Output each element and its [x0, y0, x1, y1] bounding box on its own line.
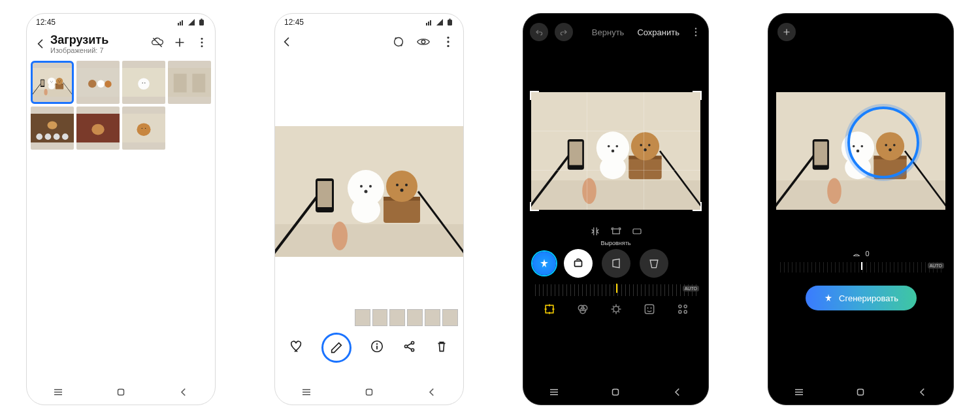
filmstrip-thumb[interactable] — [372, 309, 388, 326]
svg-point-76 — [678, 310, 681, 313]
svg-rect-66 — [546, 305, 553, 313]
generative-edit-screen: 0 AUTO Сгенерировать — [768, 13, 954, 405]
auto-button[interactable]: AUTO — [683, 286, 699, 291]
ruler-marker[interactable] — [616, 284, 617, 293]
thumbnail-grid — [27, 58, 215, 152]
edit-button[interactable] — [321, 333, 351, 363]
stickers-tab-icon[interactable] — [643, 303, 656, 316]
perspective-h-button[interactable] — [602, 249, 630, 278]
add-button[interactable] — [173, 36, 186, 52]
recents-button[interactable] — [793, 386, 805, 401]
svg-point-37 — [54, 133, 60, 140]
filters-tab-icon[interactable] — [576, 303, 589, 316]
status-bar: 12:45 — [275, 14, 463, 31]
filmstrip-thumb[interactable] — [355, 309, 370, 326]
main-image[interactable] — [275, 126, 463, 257]
home-button[interactable] — [115, 386, 127, 401]
favorite-icon[interactable] — [289, 339, 304, 356]
svg-rect-63 — [612, 229, 619, 234]
free-ratio-icon[interactable] — [610, 225, 622, 240]
back-button[interactable] — [280, 35, 293, 51]
thumbnail[interactable] — [31, 107, 74, 150]
share-icon[interactable] — [402, 339, 417, 356]
home-button[interactable] — [363, 386, 375, 401]
filmstrip-thumb[interactable] — [442, 309, 458, 326]
svg-point-45 — [145, 128, 146, 129]
angle-ruler[interactable]: AUTO — [780, 262, 941, 273]
thumbnail[interactable] — [168, 61, 211, 104]
status-icons — [425, 18, 454, 26]
svg-point-36 — [45, 133, 52, 140]
svg-point-61 — [695, 31, 696, 33]
clock-text: 12:45 — [36, 18, 56, 27]
svg-rect-47 — [448, 20, 452, 25]
nav-back-button[interactable] — [672, 386, 683, 401]
thumbnail[interactable] — [31, 61, 74, 104]
nav-back-button[interactable] — [426, 386, 438, 401]
recents-button[interactable] — [548, 386, 560, 401]
transform-tab-icon[interactable] — [543, 303, 556, 316]
filmstrip[interactable] — [355, 309, 458, 326]
filmstrip-thumb[interactable] — [407, 309, 423, 326]
recents-button[interactable] — [301, 386, 312, 401]
svg-rect-78 — [613, 390, 619, 395]
angle-ruler[interactable]: AUTO — [535, 284, 696, 296]
nav-back-button[interactable] — [917, 386, 928, 401]
ruler-marker[interactable] — [861, 262, 862, 270]
info-icon[interactable] — [370, 339, 384, 356]
draw-tab-icon[interactable] — [676, 303, 689, 316]
transform-ops-row: Выровнять — [523, 249, 708, 278]
filmstrip-thumb[interactable] — [389, 309, 405, 326]
rotate-button[interactable] — [564, 249, 593, 278]
delete-icon[interactable] — [434, 339, 449, 356]
back-button[interactable] — [32, 35, 49, 52]
home-button[interactable] — [855, 386, 866, 401]
more-menu-icon[interactable] — [431, 35, 455, 52]
gen-canvas[interactable] — [776, 92, 945, 210]
cloud-off-icon[interactable] — [151, 36, 164, 52]
add-button[interactable] — [777, 23, 796, 41]
home-button[interactable] — [610, 386, 621, 401]
filmstrip-thumb[interactable] — [425, 309, 440, 326]
viewer-header — [275, 31, 463, 54]
generate-button[interactable]: Сгенерировать — [806, 286, 917, 310]
svg-point-21 — [201, 42, 203, 44]
thumbnail[interactable] — [122, 61, 165, 104]
crop-frame[interactable] — [531, 92, 700, 210]
more-menu-icon[interactable] — [690, 26, 702, 38]
perspective-v-button[interactable] — [640, 249, 668, 278]
adjust-tab-icon[interactable] — [610, 303, 623, 316]
angle-display: 0 — [768, 249, 953, 258]
revert-button[interactable]: Вернуть — [592, 27, 625, 37]
thumbnail[interactable] — [122, 107, 165, 150]
svg-point-58 — [411, 348, 414, 351]
recents-button[interactable] — [52, 386, 64, 401]
redo-button[interactable] — [555, 23, 573, 41]
svg-point-60 — [695, 28, 696, 29]
status-icons — [177, 18, 206, 26]
album-subtitle: Изображений: 7 — [50, 46, 151, 54]
thumbnail[interactable] — [76, 61, 120, 104]
remaster-icon[interactable] — [381, 35, 406, 52]
svg-point-25 — [97, 80, 105, 87]
svg-point-74 — [678, 305, 681, 308]
svg-rect-33 — [192, 74, 205, 93]
sparkle-icon — [823, 293, 834, 303]
android-nav-bar — [523, 382, 708, 405]
android-nav-bar — [768, 382, 953, 405]
nav-back-button[interactable] — [178, 386, 189, 401]
svg-point-22 — [201, 45, 203, 47]
aspect-ratio-icon[interactable] — [631, 225, 643, 240]
selection-circle[interactable] — [847, 107, 919, 178]
visibility-icon[interactable] — [406, 35, 431, 52]
flip-horizontal-icon[interactable] — [589, 225, 601, 240]
thumbnail[interactable] — [76, 107, 120, 150]
undo-button[interactable] — [530, 23, 548, 41]
save-button[interactable]: Сохранить — [637, 27, 679, 37]
editor-tabs — [523, 303, 708, 316]
auto-button[interactable]: AUTO — [928, 263, 944, 269]
crop-editor-screen: Вернуть Сохранить Выровнять AUTO — [523, 13, 709, 405]
generative-edit-button[interactable] — [532, 252, 556, 275]
album-header: Загрузить Изображений: 7 — [27, 31, 215, 58]
more-menu-icon[interactable] — [195, 36, 208, 52]
